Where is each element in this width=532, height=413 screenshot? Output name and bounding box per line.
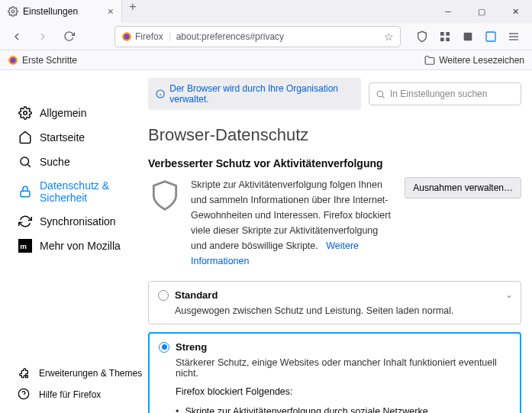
svg-text:m: m — [20, 242, 27, 250]
site-identity[interactable]: Firefox — [121, 31, 170, 42]
chevron-down-icon[interactable]: ⌄ — [505, 289, 513, 300]
etp-option-strict[interactable]: Streng Stärkerer Schutz, einige Websites… — [148, 332, 521, 413]
shield-toolbar-icon[interactable] — [414, 29, 430, 44]
svg-rect-4 — [446, 32, 450, 36]
tab-title: Einstellungen — [23, 6, 108, 17]
sidebar-item-general[interactable]: Allgemein — [14, 101, 131, 125]
etp-heading: Verbesserter Schutz vor Aktivitätenverfo… — [148, 157, 521, 169]
search-icon — [18, 155, 32, 169]
org-managed-link[interactable]: Der Browser wird durch Ihre Organisation… — [169, 83, 353, 105]
section-heading: Browser-Datenschutz — [148, 125, 521, 145]
radio-standard[interactable] — [158, 290, 169, 301]
sidebar-item-search[interactable]: Suche — [14, 150, 131, 174]
option-desc: Ausgewogen zwischen Schutz und Leistung.… — [175, 305, 511, 316]
blocks-label: Firefox blockiert Folgendes: — [176, 386, 511, 397]
close-tab-icon[interactable]: × — [108, 5, 114, 18]
svg-point-14 — [24, 111, 27, 115]
prefs-sidebar: Allgemein Startseite Suche Datenschutz &… — [0, 70, 137, 413]
svg-line-16 — [27, 164, 30, 166]
navigation-toolbar: Firefox about:preferences#privacy ☆ — [0, 23, 532, 50]
shield-icon — [148, 177, 182, 214]
sidebar-item-label: Datenschutz & Sicherheit — [40, 179, 127, 204]
new-tab-button[interactable]: + — [122, 0, 143, 14]
etp-option-standard[interactable]: Standard ⌄ Ausgewogen zwischen Schutz un… — [148, 281, 521, 324]
back-button[interactable] — [6, 26, 27, 47]
sidebar-item-help[interactable]: Hilfe für Firefox — [14, 384, 146, 405]
mozilla-icon: m — [18, 239, 32, 253]
sidebar-item-more-mozilla[interactable]: m Mehr von Mozilla — [14, 234, 131, 258]
window-titlebar: Einstellungen × + ─ ▢ ✕ — [0, 0, 532, 23]
sidebar-item-privacy[interactable]: Datenschutz & Sicherheit — [14, 174, 131, 209]
sidebar-item-label: Allgemein — [40, 107, 86, 119]
svg-line-26 — [382, 96, 384, 98]
account-toolbar-icon[interactable] — [437, 29, 453, 44]
home-icon — [18, 131, 32, 144]
sidebar-item-extensions[interactable]: Erweiterungen & Themes — [14, 363, 146, 384]
window-controls: ─ ▢ ✕ — [431, 0, 532, 23]
strict-block-list: Skripte zur Aktivitätenverfolgung durch … — [176, 402, 511, 413]
preferences-content: Allgemein Startseite Suche Datenschutz &… — [0, 70, 532, 413]
org-managed-banner: Der Browser wird durch Ihre Organisation… — [148, 78, 361, 110]
search-icon — [376, 89, 385, 99]
minimize-button[interactable]: ─ — [431, 0, 465, 23]
list-item: Skripte zur Aktivitätenverfolgung durch … — [176, 402, 511, 413]
bookmark-label: Erste Schritte — [22, 55, 77, 66]
extension-toolbar-icon[interactable] — [460, 29, 476, 44]
svg-point-13 — [11, 57, 16, 63]
sidebar-item-home[interactable]: Startseite — [14, 125, 131, 150]
info-icon — [156, 89, 165, 99]
search-placeholder: In Einstellungen suchen — [390, 89, 487, 99]
bookmarks-bar: Erste Schritte Weitere Lesezeichen — [0, 50, 532, 70]
url-text: about:preferences#privacy — [176, 31, 384, 42]
sidebar-item-label: Startseite — [40, 131, 85, 144]
lock-icon — [18, 185, 32, 198]
option-title: Streng — [176, 341, 207, 353]
firefox-icon — [8, 55, 18, 66]
puzzle-icon — [18, 366, 31, 380]
forward-button[interactable] — [32, 26, 53, 47]
svg-rect-5 — [440, 37, 444, 41]
svg-rect-7 — [464, 32, 472, 40]
etp-text-body: Skripte zur Aktivitätenverfolgung folgen… — [191, 179, 391, 251]
svg-point-0 — [11, 10, 15, 13]
svg-rect-17 — [21, 191, 30, 197]
svg-rect-8 — [486, 32, 495, 41]
sidebar-item-label: Mehr von Mozilla — [40, 240, 121, 252]
sidebar-item-label: Hilfe für Firefox — [39, 389, 101, 400]
menu-toolbar-icon[interactable] — [506, 29, 521, 44]
bookmark-item[interactable]: Erste Schritte — [8, 55, 77, 66]
svg-rect-6 — [446, 37, 450, 41]
browser-tab[interactable]: Einstellungen × — [0, 0, 122, 23]
svg-point-15 — [21, 157, 29, 166]
sync-icon — [18, 215, 32, 228]
sidebar-item-sync[interactable]: Synchronisation — [14, 209, 131, 234]
manage-exceptions-button[interactable]: Ausnahmen verwalten… — [405, 177, 521, 198]
svg-point-2 — [124, 34, 130, 39]
gear-icon — [18, 106, 32, 120]
sidebar-item-label: Synchronisation — [40, 215, 116, 227]
radio-strict[interactable] — [159, 342, 169, 353]
extension2-toolbar-icon[interactable] — [483, 29, 498, 44]
url-bar[interactable]: Firefox about:preferences#privacy ☆ — [114, 26, 401, 47]
option-title: Standard — [175, 289, 218, 301]
more-bookmarks[interactable]: Weitere Lesezeichen — [424, 55, 524, 66]
firefox-icon — [121, 31, 132, 42]
svg-rect-3 — [440, 32, 444, 36]
sidebar-item-label: Suche — [40, 156, 70, 168]
option-desc: Stärkerer Schutz, einige Websites oder m… — [176, 357, 511, 379]
etp-description: Skripte zur Aktivitätenverfolgung folgen… — [191, 177, 395, 269]
maximize-button[interactable]: ▢ — [465, 0, 498, 23]
reload-button[interactable] — [58, 26, 79, 47]
help-icon — [18, 388, 31, 402]
identity-label: Firefox — [135, 31, 163, 42]
close-window-button[interactable]: ✕ — [498, 0, 532, 23]
bookmark-star-icon[interactable]: ☆ — [384, 31, 394, 43]
gear-icon — [8, 6, 18, 17]
sidebar-item-label: Erweiterungen & Themes — [39, 368, 142, 379]
svg-point-25 — [377, 91, 383, 97]
prefs-main: Der Browser wird durch Ihre Organisation… — [137, 70, 532, 413]
prefs-search-input[interactable]: In Einstellungen suchen — [369, 82, 521, 105]
folder-icon — [424, 55, 435, 66]
more-bookmarks-label: Weitere Lesezeichen — [439, 55, 524, 66]
